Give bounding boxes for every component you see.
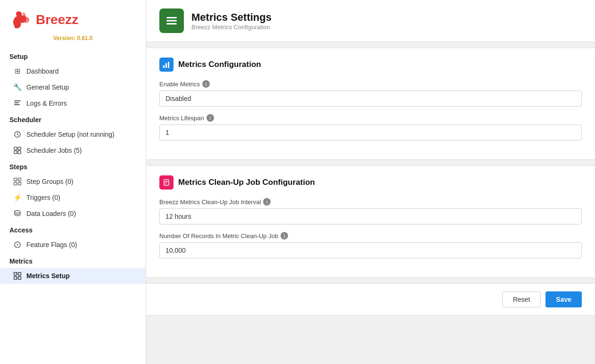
page-header-icon bbox=[159, 8, 184, 33]
section-label-setup: Setup bbox=[0, 48, 146, 63]
step-groups-icon bbox=[13, 177, 22, 186]
sidebar-item-metrics-setup[interactable]: Metrics Setup bbox=[0, 268, 146, 284]
dashboard-icon: ⊞ bbox=[13, 67, 22, 75]
svg-rect-0 bbox=[14, 100, 21, 101]
svg-rect-20 bbox=[166, 20, 177, 22]
cleanup-records-label: Number Of Records In Metric Clean-Up Job… bbox=[159, 232, 582, 240]
page-header-text: Metrics Settings Breezz Metrics Configur… bbox=[191, 11, 272, 31]
logs-icon bbox=[13, 99, 22, 108]
svg-rect-4 bbox=[14, 147, 17, 150]
enable-metrics-field: Enable Metrics i bbox=[159, 80, 582, 107]
svg-rect-7 bbox=[18, 151, 21, 154]
svg-rect-10 bbox=[14, 182, 17, 185]
sidebar-item-label: Feature Flags (0) bbox=[26, 241, 77, 248]
sidebar-section-metrics: Metrics Metrics Setup bbox=[0, 253, 146, 284]
svg-rect-6 bbox=[14, 151, 17, 154]
sidebar-item-scheduler-setup[interactable]: Scheduler Setup (not running) bbox=[0, 126, 146, 142]
cleanup-records-field: Number Of Records In Metric Clean-Up Job… bbox=[159, 232, 582, 258]
sidebar-item-general-setup[interactable]: 🔧 General Setup bbox=[0, 79, 146, 95]
metrics-lifespan-label: Metrics Lifespan i bbox=[159, 114, 582, 122]
page-header: Metrics Settings Breezz Metrics Configur… bbox=[146, 0, 595, 42]
version-text: Version: 0.61.0 bbox=[0, 35, 146, 48]
svg-rect-15 bbox=[14, 273, 17, 275]
svg-rect-11 bbox=[18, 182, 21, 185]
cleanup-interval-info-icon: i bbox=[263, 198, 271, 206]
svg-rect-19 bbox=[166, 17, 177, 18]
sidebar-section-access: Access Feature Flags (0) bbox=[0, 222, 146, 253]
svg-rect-22 bbox=[163, 65, 165, 68]
svg-rect-17 bbox=[14, 277, 17, 280]
sidebar-item-label: Step Groups (0) bbox=[26, 178, 74, 185]
svg-rect-16 bbox=[18, 273, 21, 275]
cleanup-job-card: Metrics Clean-Up Job Configuration Breez… bbox=[146, 165, 595, 278]
section-label-access: Access bbox=[0, 222, 146, 237]
sidebar-item-data-loaders[interactable]: Data Loaders (0) bbox=[0, 206, 146, 222]
cleanup-interval-field: Breezz Metrics Clean-Up Job Interval i bbox=[159, 198, 582, 224]
metrics-config-title: Metrics Configuration bbox=[178, 60, 261, 69]
metrics-setup-icon bbox=[13, 272, 22, 280]
cleanup-records-input[interactable] bbox=[159, 242, 582, 258]
sidebar-item-label: Logs & Errors bbox=[26, 99, 67, 107]
sidebar-item-triggers[interactable]: ⚡ Triggers (0) bbox=[0, 190, 146, 206]
cleanup-job-title: Metrics Clean-Up Job Configuration bbox=[178, 178, 315, 187]
metrics-lifespan-input[interactable] bbox=[159, 124, 582, 141]
sidebar-section-steps: Steps Step Groups (0) ⚡ Triggers (0) Dat… bbox=[0, 158, 146, 222]
content-area: Metrics Configuration Enable Metrics i M… bbox=[146, 48, 595, 321]
cleanup-section-title-row: Metrics Clean-Up Job Configuration bbox=[159, 175, 582, 190]
sidebar-item-label: Scheduler Jobs (5) bbox=[26, 147, 82, 154]
cleanup-records-info-icon: i bbox=[281, 232, 288, 240]
sidebar-item-label: Metrics Setup bbox=[26, 272, 70, 280]
feature-flags-icon bbox=[13, 240, 22, 249]
page-subtitle: Breezz Metrics Configuration bbox=[191, 24, 272, 31]
metrics-lifespan-field: Metrics Lifespan i bbox=[159, 114, 582, 141]
logo-text: Breezz bbox=[36, 12, 78, 27]
sidebar-item-feature-flags[interactable]: Feature Flags (0) bbox=[0, 237, 146, 253]
svg-rect-1 bbox=[14, 102, 19, 103]
sidebar-item-label: Scheduler Setup (not running) bbox=[26, 131, 115, 138]
sidebar-item-step-groups[interactable]: Step Groups (0) bbox=[0, 174, 146, 190]
svg-point-14 bbox=[17, 244, 18, 246]
cleanup-section-icon bbox=[159, 175, 174, 190]
reset-button[interactable]: Reset bbox=[502, 291, 541, 307]
cleanup-interval-input[interactable] bbox=[159, 208, 582, 224]
actions-card: Reset Save bbox=[146, 283, 595, 315]
sidebar-section-setup: Setup ⊞ Dashboard 🔧 General Setup Logs &… bbox=[0, 48, 146, 111]
enable-metrics-input[interactable] bbox=[159, 91, 582, 107]
svg-rect-26 bbox=[165, 181, 168, 182]
svg-rect-18 bbox=[18, 277, 21, 280]
page-title: Metrics Settings bbox=[191, 11, 272, 24]
triggers-icon: ⚡ bbox=[13, 193, 22, 202]
metrics-lifespan-info-icon: i bbox=[207, 114, 214, 122]
svg-rect-23 bbox=[165, 63, 167, 68]
sidebar-item-scheduler-jobs[interactable]: Scheduler Jobs (5) bbox=[0, 142, 146, 158]
section-label-metrics: Metrics bbox=[0, 253, 146, 268]
enable-metrics-info-icon: i bbox=[202, 80, 210, 88]
sidebar-item-label: Data Loaders (0) bbox=[26, 210, 76, 217]
svg-rect-27 bbox=[165, 182, 167, 183]
enable-metrics-label: Enable Metrics i bbox=[159, 80, 582, 88]
sidebar-item-logs-errors[interactable]: Logs & Errors bbox=[0, 95, 146, 111]
svg-rect-8 bbox=[14, 178, 17, 181]
sidebar-section-scheduler: Scheduler Scheduler Setup (not running) … bbox=[0, 111, 146, 158]
sidebar-item-label: Dashboard bbox=[26, 67, 59, 75]
svg-rect-5 bbox=[18, 147, 21, 150]
breezz-logo-icon bbox=[9, 8, 32, 31]
logo-area: Breezz bbox=[0, 0, 146, 35]
metrics-config-section-icon bbox=[159, 58, 174, 72]
sidebar-item-label: Triggers (0) bbox=[26, 194, 60, 201]
main-content: Metrics Settings Breezz Metrics Configur… bbox=[146, 0, 595, 364]
save-button[interactable]: Save bbox=[545, 291, 582, 307]
section-label-steps: Steps bbox=[0, 158, 146, 174]
scheduler-setup-icon bbox=[13, 130, 22, 139]
svg-point-12 bbox=[15, 211, 20, 213]
metrics-configuration-card: Metrics Configuration Enable Metrics i M… bbox=[146, 48, 595, 160]
section-label-scheduler: Scheduler bbox=[0, 111, 146, 126]
section-title-row: Metrics Configuration bbox=[159, 58, 582, 72]
cleanup-interval-label: Breezz Metrics Clean-Up Job Interval i bbox=[159, 198, 582, 206]
svg-rect-21 bbox=[166, 23, 177, 25]
svg-rect-2 bbox=[14, 104, 20, 105]
sidebar-item-dashboard[interactable]: ⊞ Dashboard bbox=[0, 63, 146, 79]
scheduler-jobs-icon bbox=[13, 146, 22, 155]
wrench-icon: 🔧 bbox=[13, 83, 22, 91]
svg-rect-24 bbox=[168, 62, 169, 68]
